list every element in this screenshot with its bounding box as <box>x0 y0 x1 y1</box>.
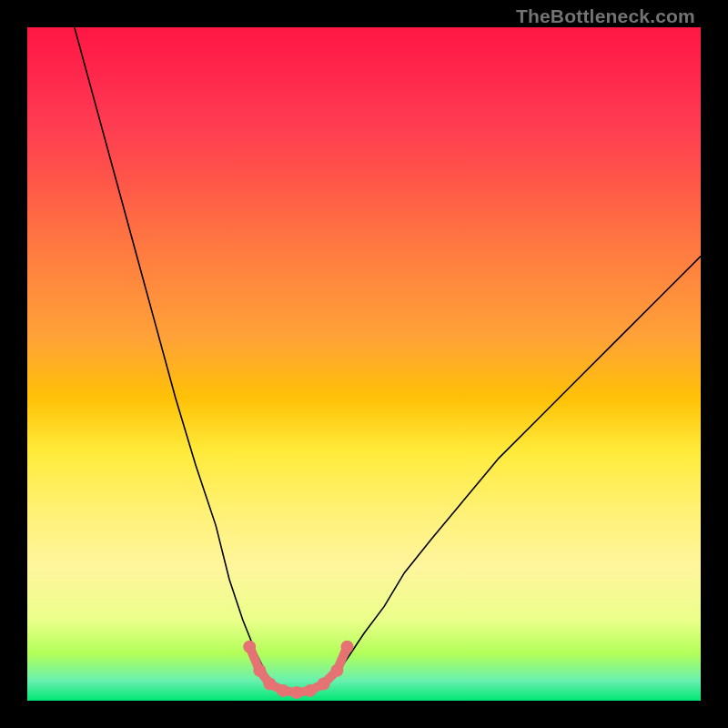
curve-layer <box>27 27 701 701</box>
valley-dot <box>341 641 354 653</box>
valley-dot <box>243 641 256 653</box>
valley-dot <box>330 664 343 677</box>
chart-frame: TheBottleneck.com <box>0 0 728 728</box>
valley-highlight-dots <box>243 641 353 699</box>
valley-dot <box>290 686 303 699</box>
watermark-text: TheBottleneck.com <box>516 5 695 27</box>
valley-dot <box>318 678 330 691</box>
valley-dot <box>253 664 266 677</box>
left-branch-curve <box>75 27 267 673</box>
plot-area <box>27 27 701 701</box>
valley-dot <box>263 678 276 691</box>
valley-dot <box>277 684 289 697</box>
valley-dot <box>304 684 317 697</box>
right-branch-curve <box>337 257 701 674</box>
